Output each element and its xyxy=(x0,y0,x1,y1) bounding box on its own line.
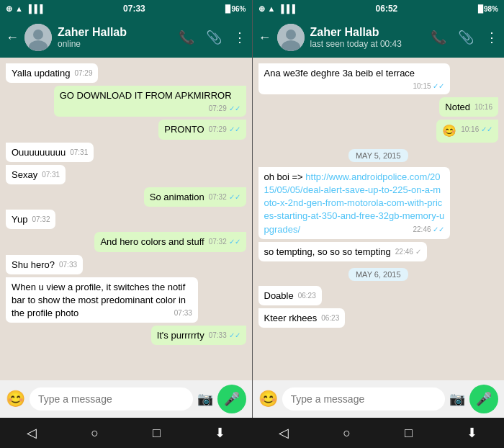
contact-name-1: Zaher Hallab xyxy=(58,26,173,39)
msg-time-1-1: 07:29 xyxy=(74,68,92,79)
status-bar-2: ⊕ ▲ ▐▐▐ 06:52 ▉98% xyxy=(253,0,505,17)
msg-text-1-7: Yup xyxy=(12,214,27,225)
msg-1-3: PRONTO 07:29 ✓✓ xyxy=(6,120,246,139)
attach-icon-2[interactable]: 📎 xyxy=(458,30,474,45)
bluetooth-icon-2: ⊕ xyxy=(258,4,265,14)
call-icon-1[interactable]: 📞 xyxy=(179,30,194,45)
battery-2: ▉98% xyxy=(478,5,498,13)
status-left-icons-2: ⊕ ▲ ▐▐▐ xyxy=(258,4,295,14)
back-button-1[interactable]: ← xyxy=(6,30,19,45)
msg-1-10: When u view a profile, it switches the n… xyxy=(6,277,246,323)
call-icon-2[interactable]: 📞 xyxy=(431,30,446,45)
chat-header-1: ← Zaher Hallab online 📞 📎 ⋮ xyxy=(0,17,252,58)
msg-2-3: 😊 10:16 ✓✓ xyxy=(258,120,499,142)
wifi-icon-2: ▲ xyxy=(268,4,276,13)
msg-time-1-4: 07:31 xyxy=(70,148,88,158)
msg-2-8: Doable 06:23 xyxy=(258,286,499,305)
chat-area-1: Yalla updating 07:29 GO DOWNLOAD IT FROM… xyxy=(0,58,252,380)
checkmark-1-11: ✓✓ xyxy=(229,331,240,339)
header-info-1: Zaher Hallab online xyxy=(58,26,173,49)
more-icon-1[interactable]: ⋮ xyxy=(233,30,246,45)
time-1: 07:33 xyxy=(123,4,145,14)
msg-text-1-6: So animation xyxy=(150,192,204,202)
msg-2-9: Kteer rkhees 06:23 xyxy=(258,308,499,328)
mic-button-1[interactable]: 🎤 xyxy=(217,385,246,413)
msg-1-9: Shu hero? 07:33 xyxy=(6,255,246,274)
msg-time-2-9: 06:23 xyxy=(321,313,339,323)
avatar-1 xyxy=(24,24,52,51)
msg-text-1-9: Shu hero? xyxy=(12,259,55,270)
wifi-icon-1: ▲ xyxy=(15,4,23,13)
emoji-button-1[interactable]: 😊 xyxy=(6,390,25,408)
attach-icon-1[interactable]: 📎 xyxy=(206,30,222,45)
camera-button-2[interactable]: 📷 xyxy=(449,391,465,407)
checkmark-1-2: ✓✓ xyxy=(229,104,240,112)
msg-text-2-3: 😊 xyxy=(442,125,456,137)
nav-home-1[interactable]: ○ xyxy=(91,426,99,441)
checkmark-2-5: ✓✓ xyxy=(433,225,444,233)
msg-text-1-5: Sexay xyxy=(12,169,37,180)
phone-1: ⊕ ▲ ▐▐▐ 07:33 ▉96% ← Zaher Hallab onlin xyxy=(0,0,252,418)
nav-half-1: ◁ ○ □ ⬇ xyxy=(0,425,252,441)
msg-time-1-2: 07:29 ✓✓ xyxy=(209,104,240,114)
nav-back-2[interactable]: ◁ xyxy=(279,425,289,441)
contact-status-1: online xyxy=(58,39,173,49)
signal-icon-2: ▐▐▐ xyxy=(278,4,294,13)
msg-time-2-5: 22:46 ✓✓ xyxy=(413,225,444,235)
input-bar-2: 😊 📷 🎤 xyxy=(253,380,505,418)
date-label-2: MAY 6, 2015 xyxy=(348,268,408,281)
nav-down-2[interactable]: ⬇ xyxy=(467,425,477,441)
checkmark-2-1: ✓✓ xyxy=(433,82,444,90)
checkmark-1-3: ✓✓ xyxy=(229,125,240,133)
msg-time-1-9: 07:33 xyxy=(59,260,77,270)
msg-time-2-3: 10:16 ✓✓ xyxy=(461,125,492,135)
msg-time-2-8: 06:23 xyxy=(298,291,316,301)
msg-2-2: Noted 10:16 xyxy=(258,97,499,117)
input-bar-1: 😊 📷 🎤 xyxy=(0,380,252,418)
msg-2-1: Ana we3fe deghre 3a beib el terrace 10:1… xyxy=(258,63,499,94)
msg-1-8: And hero colors and stuff 07:32 ✓✓ xyxy=(6,232,246,251)
nav-home-2[interactable]: ○ xyxy=(343,426,351,441)
msg-text-1-8: And hero colors and stuff xyxy=(100,236,204,247)
msg-text-2-6: so tempting, so so so tempting xyxy=(264,246,391,257)
mic-button-2[interactable]: 🎤 xyxy=(469,385,498,413)
msg-time-2-6: 22:46 ✓ xyxy=(395,247,421,257)
nav-back-1[interactable]: ◁ xyxy=(27,425,37,441)
mic-icon-2: 🎤 xyxy=(476,391,492,407)
nav-recent-2[interactable]: □ xyxy=(405,426,413,441)
msg-2-5: oh boi => http://www.androidpolice.com/2… xyxy=(258,167,499,239)
time-2: 06:52 xyxy=(376,4,398,14)
date-divider-2: MAY 6, 2015 xyxy=(258,267,499,280)
msg-time-1-10: 07:33 xyxy=(174,308,192,318)
emoji-button-2[interactable]: 😊 xyxy=(258,390,278,408)
phone-2: ⊕ ▲ ▐▐▐ 06:52 ▉98% ← Zaher Hallab last xyxy=(253,0,505,418)
nav-recent-1[interactable]: □ xyxy=(153,426,161,441)
avatar-2 xyxy=(277,24,305,51)
checkmark-2-6: ✓ xyxy=(415,248,421,256)
contact-name-2: Zaher Hallab xyxy=(310,26,426,39)
battery-icon-2: ▉98% xyxy=(478,5,498,13)
msg-time-1-8: 07:32 ✓✓ xyxy=(209,237,240,247)
message-input-1[interactable] xyxy=(30,387,193,411)
message-input-2[interactable] xyxy=(282,387,446,411)
msg-1-6: So animation 07:32 ✓✓ xyxy=(6,187,246,207)
camera-button-1[interactable]: 📷 xyxy=(197,391,213,407)
msg-text-1-2: GO DOWNLOAD IT FROM APKMIRROR xyxy=(60,90,232,101)
msg-text-1-11: It's purrrrrty xyxy=(157,330,204,341)
battery-icon-1: ▉96% xyxy=(225,5,246,13)
nav-down-1[interactable]: ⬇ xyxy=(215,425,225,441)
msg-text-2-9: Kteer rkhees xyxy=(264,313,318,323)
svg-point-1 xyxy=(33,30,43,40)
chat-area-2: Ana we3fe deghre 3a beib el terrace 10:1… xyxy=(253,58,505,380)
msg-time-1-3: 07:29 ✓✓ xyxy=(209,125,240,135)
msg-time-1-6: 07:32 ✓✓ xyxy=(209,192,240,202)
more-icon-2[interactable]: ⋮ xyxy=(485,30,498,45)
back-button-2[interactable]: ← xyxy=(258,30,271,45)
msg-text-1-3: PRONTO xyxy=(164,124,204,135)
nav-bar: ◁ ○ □ ⬇ ◁ ○ □ ⬇ xyxy=(0,418,504,448)
header-info-2: Zaher Hallab last seen today at 00:43 xyxy=(310,26,426,49)
signal-icon-1: ▐▐▐ xyxy=(26,4,42,13)
mic-icon-1: 🎤 xyxy=(224,391,240,407)
date-divider-1: MAY 5, 2015 xyxy=(258,148,499,161)
checkmark-1-6: ✓✓ xyxy=(229,193,240,201)
